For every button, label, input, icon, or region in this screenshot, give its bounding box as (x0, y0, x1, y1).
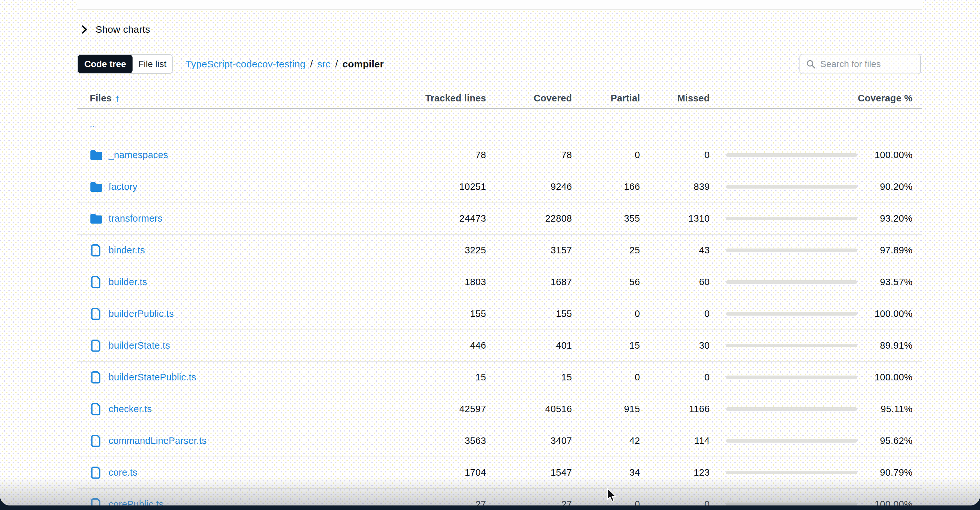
file-icon (89, 339, 103, 352)
files-column-header[interactable]: Files ↑ (77, 93, 408, 104)
tracked-lines-value: 3225 (408, 245, 486, 256)
coverage-bar (726, 439, 857, 443)
coverage-percent: 100.00% (857, 372, 922, 383)
coverage-bar (726, 185, 857, 189)
covered-value: 78 (486, 150, 572, 160)
table-row: builderPublic.ts 155 155 0 0 100.00% (77, 298, 922, 330)
breadcrumb-link-src[interactable]: src (317, 59, 331, 70)
table-row: checker.ts 42597 40516 915 1166 95.11% (77, 393, 922, 425)
coverage-bar (726, 312, 857, 316)
coverage-bar (726, 471, 857, 474)
missed-value: 0 (640, 372, 710, 383)
missed-value: 30 (640, 340, 710, 351)
missed-column-header[interactable]: Missed (640, 93, 710, 104)
file-link[interactable]: commandLineParser.ts (108, 435, 207, 446)
file-icon (89, 403, 103, 416)
partial-value: 166 (572, 181, 640, 192)
partial-value: 56 (572, 277, 640, 288)
file-link[interactable]: corePublic.ts (108, 499, 164, 505)
code-tree-tab[interactable]: Code tree (78, 55, 132, 73)
breadcrumb: TypeScript-codecov-testing / src / compi… (186, 54, 384, 74)
file-link[interactable]: builder.ts (108, 277, 147, 288)
coverage-bar (726, 502, 857, 505)
coverage-bar (726, 217, 857, 220)
tracked-lines-value: 446 (408, 340, 486, 351)
file-link[interactable]: checker.ts (108, 404, 152, 415)
coverage-bar (726, 153, 857, 157)
coverage-percent: 90.79% (857, 467, 922, 478)
top-divider (77, 10, 922, 10)
partial-value: 0 (572, 372, 640, 383)
partial-value: 0 (572, 150, 640, 160)
file-icon (89, 244, 103, 257)
tracked-lines-value: 15 (408, 372, 486, 383)
missed-value: 43 (640, 245, 710, 256)
tracked-lines-column-header[interactable]: Tracked lines (408, 93, 486, 104)
file-link[interactable]: builderPublic.ts (108, 308, 174, 319)
coverage-bar (726, 407, 857, 411)
partial-value: 42 (572, 435, 640, 446)
file-link[interactable]: builderState.ts (108, 340, 170, 351)
breadcrumb-link-repo[interactable]: TypeScript-codecov-testing (186, 59, 305, 70)
partial-value: 25 (572, 245, 640, 256)
coverage-bar (726, 375, 857, 379)
table-row: transformers 24473 22808 355 1310 93.20% (77, 203, 922, 235)
search-input[interactable] (820, 59, 914, 69)
coverage-percent: 95.62% (857, 435, 922, 446)
tracked-lines-value: 27 (408, 499, 486, 505)
covered-value: 27 (486, 499, 572, 505)
covered-value: 155 (486, 308, 572, 319)
file-link[interactable]: core.ts (108, 467, 137, 478)
show-charts-toggle[interactable]: Show charts (81, 22, 150, 37)
tracked-lines-value: 3563 (408, 435, 486, 446)
covered-column-header[interactable]: Covered (486, 93, 572, 104)
covered-value: 1547 (486, 467, 572, 478)
covered-value: 22808 (486, 213, 572, 224)
up-directory-row: .. (77, 109, 922, 139)
coverage-bar (726, 248, 857, 252)
folder-link[interactable]: _namespaces (108, 150, 168, 160)
coverage-column-header[interactable]: Coverage % (710, 93, 922, 104)
missed-value: 839 (640, 181, 710, 192)
folder-icon (89, 213, 103, 224)
search-box (800, 54, 921, 74)
page-card: Show charts Code tree File list TypeScri… (0, 0, 980, 505)
file-link[interactable]: builderStatePublic.ts (108, 372, 196, 383)
table-row: corePublic.ts 27 27 0 0 100.00% (77, 489, 922, 505)
file-list-tab[interactable]: File list (132, 55, 172, 73)
folder-icon (89, 181, 103, 193)
up-directory-link[interactable]: .. (77, 119, 95, 129)
tracked-lines-value: 42597 (408, 404, 486, 415)
missed-value: 60 (640, 277, 710, 288)
table-row: commandLineParser.ts 3563 3407 42 114 95… (77, 425, 922, 457)
tracked-lines-value: 155 (408, 308, 486, 319)
folder-link[interactable]: transformers (108, 213, 162, 224)
table-row: builderStatePublic.ts 15 15 0 0 100.00% (77, 362, 922, 393)
coverage-percent: 90.20% (857, 181, 922, 192)
missed-value: 0 (640, 150, 710, 160)
breadcrumb-separator: / (335, 59, 338, 70)
folder-link[interactable]: factory (108, 181, 137, 192)
file-icon (89, 308, 103, 321)
coverage-bar (726, 344, 857, 347)
coverage-table: Files ↑ Tracked lines Covered Partial Mi… (77, 88, 922, 505)
file-link[interactable]: binder.ts (108, 245, 145, 256)
missed-value: 114 (640, 435, 710, 446)
table-row: factory 10251 9246 166 839 90.20% (77, 171, 922, 203)
missed-value: 1310 (640, 213, 710, 224)
file-icon (89, 371, 103, 384)
partial-column-header[interactable]: Partial (572, 93, 640, 104)
partial-value: 34 (572, 467, 640, 478)
table-row: builderState.ts 446 401 15 30 89.91% (77, 330, 922, 362)
covered-value: 15 (486, 372, 572, 383)
file-icon (89, 498, 103, 506)
coverage-percent: 97.89% (857, 245, 922, 256)
covered-value: 3407 (486, 435, 572, 446)
covered-value: 40516 (486, 404, 572, 415)
covered-value: 9246 (486, 181, 572, 192)
tracked-lines-value: 24473 (408, 213, 486, 224)
sort-ascending-icon: ↑ (115, 93, 120, 103)
coverage-percent: 100.00% (857, 499, 922, 505)
coverage-percent: 95.11% (857, 404, 922, 415)
tracked-lines-value: 1704 (408, 467, 486, 478)
